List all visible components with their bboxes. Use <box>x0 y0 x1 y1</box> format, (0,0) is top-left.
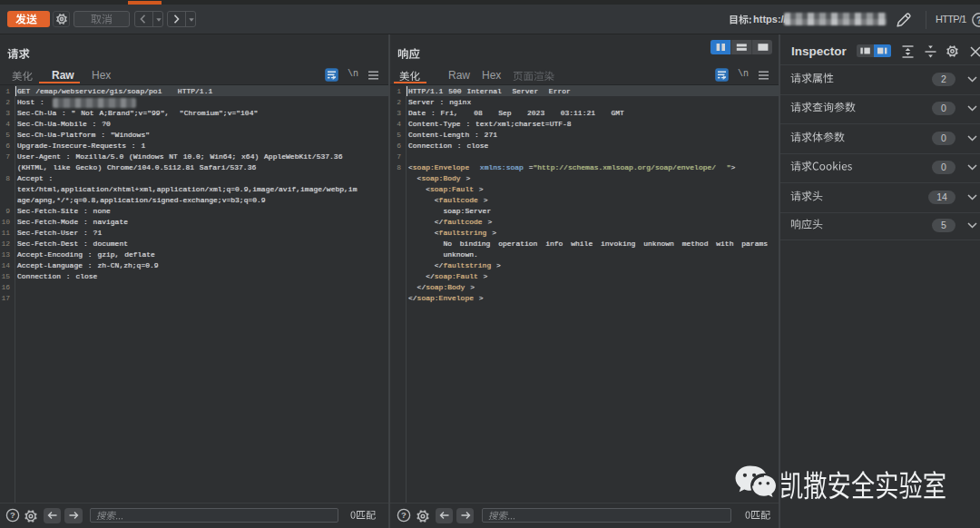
svg-text:?: ? <box>975 15 980 25</box>
svg-text:?: ? <box>401 510 407 520</box>
svg-text:?: ? <box>10 510 15 520</box>
